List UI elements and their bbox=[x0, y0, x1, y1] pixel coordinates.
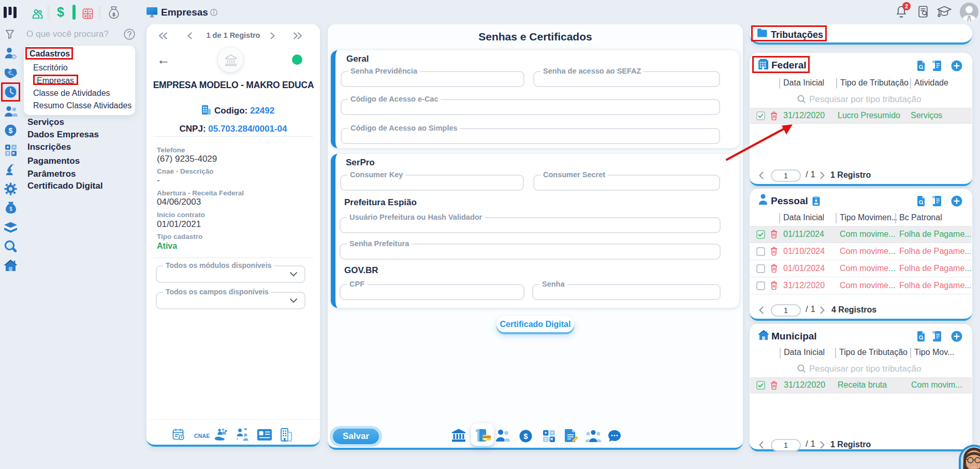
svg-text:$: $ bbox=[9, 206, 12, 212]
svg-text:$: $ bbox=[112, 11, 115, 17]
svg-text:$: $ bbox=[523, 432, 528, 440]
svg-text:$: $ bbox=[9, 126, 13, 135]
